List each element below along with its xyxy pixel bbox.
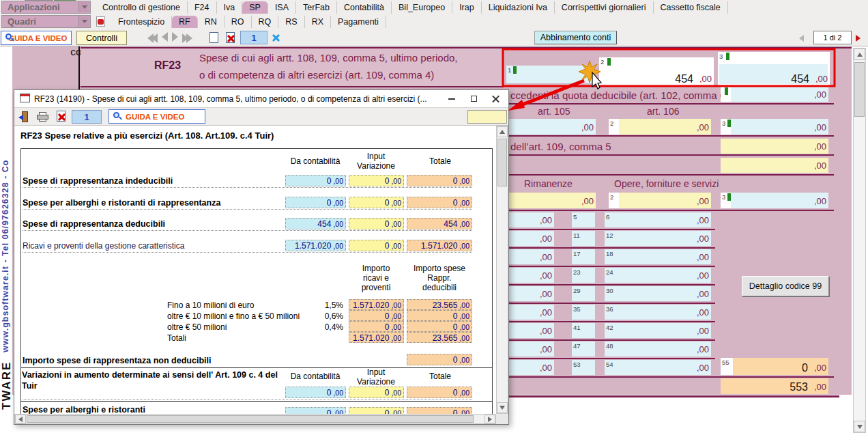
delete-document-icon[interactable]: [57, 111, 66, 124]
row2-input-field[interactable]: 0,00: [349, 197, 404, 208]
tab-f24[interactable]: F24: [188, 1, 217, 14]
scroll-up-button[interactable]: [854, 48, 865, 60]
tab-sp[interactable]: SP: [242, 1, 268, 14]
opere-field-2[interactable]: 2 ,00: [609, 193, 711, 208]
numbered-field-right[interactable]: 18,00: [605, 249, 711, 264]
next-record-button[interactable]: [172, 32, 178, 44]
tab-rq[interactable]: RQ: [252, 16, 279, 28]
abbinamento-conti-button[interactable]: Abbinamento conti: [534, 31, 617, 44]
field-55[interactable]: 55 0 ,00: [721, 358, 828, 375]
delete-document-icon[interactable]: [226, 32, 235, 46]
numbered-field-stub[interactable]: 29: [572, 286, 595, 301]
main-scrollbar[interactable]: [853, 48, 866, 433]
controlli-button[interactable]: Controlli: [76, 31, 127, 45]
dettaglio-codice-99-button[interactable]: Dettaglio codice 99: [742, 276, 829, 296]
tab-rn[interactable]: RN: [198, 16, 225, 28]
exit-door-icon[interactable]: [18, 111, 28, 125]
tab-cassetto-fiscale[interactable]: Cassetto fiscale: [654, 1, 728, 14]
numbered-field-left[interactable]: ,00: [506, 231, 554, 246]
numbered-field-right[interactable]: 42,00: [605, 323, 711, 338]
copy-document-icon[interactable]: [209, 32, 218, 46]
record-number-field[interactable]: 1: [240, 31, 267, 44]
maximize-button[interactable]: [463, 92, 484, 106]
numbered-field-right[interactable]: 30,00: [605, 286, 711, 301]
numbered-field-stub[interactable]: 47: [572, 341, 595, 357]
chevron-down-icon[interactable]: [78, 16, 89, 27]
numbered-field-left[interactable]: ,00: [506, 341, 554, 357]
dialog-titlebar[interactable]: RF23 (14190) - Spese di cui agli artt. 1…: [14, 90, 508, 107]
row1-da-field[interactable]: 0,00: [285, 175, 346, 186]
rf23-field-2[interactable]: 2 454 ,00: [599, 57, 714, 86]
scroll-down-button[interactable]: [497, 402, 508, 413]
tab-controllo-di-gestione[interactable]: Controllo di gestione: [96, 1, 188, 14]
numbered-field-stub[interactable]: 53: [572, 360, 595, 375]
close-button[interactable]: [485, 92, 506, 106]
scrollbar-thumb[interactable]: [497, 139, 507, 186]
tab-terfab[interactable]: TerFab: [296, 1, 337, 14]
numbered-field-stub[interactable]: 5: [572, 212, 595, 227]
art106-field-3[interactable]: 3 ,00: [721, 119, 828, 135]
tab-rs[interactable]: RS: [278, 16, 304, 28]
dialog-guida-e-video-button[interactable]: GUIDA E VIDEO: [108, 109, 205, 124]
dialog-quick-field[interactable]: [467, 110, 507, 124]
scroll-down-button[interactable]: [854, 421, 865, 432]
first-record-button[interactable]: [147, 33, 158, 43]
dialog-record-number-field[interactable]: 1: [72, 110, 102, 124]
applicazioni-dropdown[interactable]: Applicazioni: [1, 1, 91, 14]
numbered-field-stub[interactable]: 23: [572, 268, 595, 283]
tab-pagamenti[interactable]: Pagamenti: [331, 16, 386, 28]
numbered-field-left[interactable]: ,00: [506, 305, 554, 320]
chevron-down-icon[interactable]: [78, 2, 89, 12]
tab-corrispettivi-giornalieri[interactable]: Corrispettivi giornalieri: [555, 1, 654, 14]
numbered-field-right[interactable]: 54,00: [605, 360, 711, 375]
scrollbar-thumb[interactable]: [27, 415, 474, 423]
numbered-field-right[interactable]: 12,00: [605, 231, 711, 246]
numbered-field-stub[interactable]: 41: [572, 323, 595, 338]
tab-ro[interactable]: RO: [225, 16, 252, 28]
alberghi-input-field[interactable]: 0,00: [349, 407, 404, 414]
numbered-field-left[interactable]: ,00: [506, 286, 554, 301]
alberghi-da-field[interactable]: 0,00: [285, 407, 346, 414]
variazioni-input-field[interactable]: 0,00: [349, 387, 404, 398]
row3-da-field[interactable]: 454,00: [285, 218, 346, 229]
last-record-button[interactable]: [182, 33, 192, 43]
row3-input-field[interactable]: 0,00: [349, 218, 404, 229]
numbered-field-right[interactable]: 6,00: [605, 212, 711, 227]
scroll-right-button[interactable]: [484, 415, 495, 423]
dialog-hscrollbar[interactable]: [14, 414, 496, 424]
variazioni-da-field[interactable]: 0,00: [285, 387, 346, 398]
tab-frontespizio[interactable]: Frontespizio: [111, 16, 172, 28]
numbered-field-right[interactable]: 48,00: [605, 341, 711, 357]
row1-input-field[interactable]: 0,00: [349, 175, 404, 186]
quadri-dropdown[interactable]: Quadri: [1, 15, 91, 28]
row4-da-field[interactable]: 1.571.020,00: [285, 240, 346, 251]
numbered-field-left[interactable]: ,00: [506, 268, 554, 283]
dialog-vscrollbar[interactable]: [496, 126, 508, 414]
numbered-field-left[interactable]: ,00: [506, 212, 554, 227]
tab-contabilita[interactable]: Contabilità: [337, 1, 392, 14]
numbered-field-stub[interactable]: 11: [572, 231, 595, 246]
print-icon[interactable]: [37, 112, 48, 124]
page-previous-button[interactable]: [799, 32, 804, 44]
art109-field[interactable]: ,00: [721, 139, 828, 154]
numbered-field-right[interactable]: 36,00: [605, 305, 711, 320]
rf23-field-1[interactable]: 1: [506, 66, 594, 83]
tab-rx[interactable]: RX: [305, 16, 331, 28]
numbered-field-left[interactable]: ,00: [506, 360, 554, 375]
numbered-field-stub[interactable]: 17: [572, 249, 595, 264]
numbered-field-left[interactable]: ,00: [506, 323, 554, 338]
numbered-field-right[interactable]: 24,00: [605, 268, 711, 283]
tab-iva[interactable]: Iva: [217, 1, 243, 14]
art105-field-1[interactable]: ,00: [506, 119, 596, 135]
row2-da-field[interactable]: 0,00: [285, 197, 346, 208]
tab-bil-europeo[interactable]: Bil_Europeo: [392, 1, 452, 14]
rimanenze-field-1[interactable]: ,00: [506, 193, 596, 208]
tab-irap[interactable]: Irap: [452, 1, 482, 14]
row4-input-field[interactable]: 0,00: [349, 240, 404, 251]
numbered-field-left[interactable]: ,00: [506, 249, 554, 264]
previous-record-button[interactable]: [162, 32, 168, 44]
art106-field-2[interactable]: 2 ,00: [609, 119, 711, 135]
page-next-button[interactable]: [856, 32, 860, 44]
minimize-button[interactable]: [442, 92, 462, 106]
scroll-left-button[interactable]: [15, 415, 26, 423]
